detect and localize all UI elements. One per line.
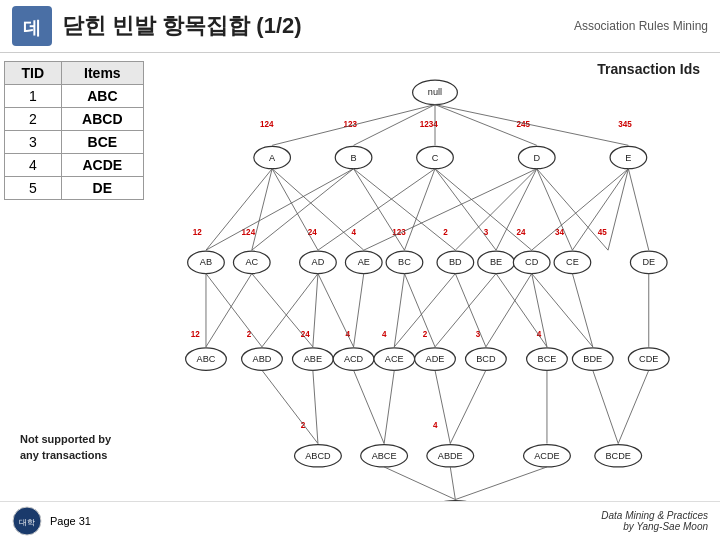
svg-text:BDE: BDE — [583, 354, 602, 364]
svg-line-38 — [608, 169, 628, 250]
svg-line-119 — [450, 467, 455, 500]
count-24-2: 24 — [516, 228, 526, 237]
svg-text:A: A — [269, 153, 276, 163]
count-345: 345 — [618, 120, 632, 129]
svg-text:AB: AB — [200, 257, 212, 267]
svg-line-101 — [354, 370, 385, 443]
svg-line-100 — [313, 370, 318, 443]
diagram-area: Transaction Ids .node ellipse { fill: #f… — [150, 53, 720, 540]
svg-text:ABCD: ABCD — [305, 451, 331, 461]
svg-line-107 — [618, 370, 649, 443]
svg-text:null: null — [428, 87, 442, 97]
node-BE: BE — [478, 251, 515, 273]
node-AB: AB — [188, 251, 225, 273]
svg-line-31 — [364, 169, 537, 250]
count-4-l4: 4 — [433, 421, 438, 430]
count-3-3: 3 — [476, 330, 481, 339]
items-cell: BCE — [61, 131, 143, 154]
svg-text:ABDE: ABDE — [438, 451, 463, 461]
node-BCE: BCE — [527, 348, 568, 370]
svg-text:ABD: ABD — [253, 354, 272, 364]
svg-text:C: C — [432, 153, 439, 163]
svg-line-71 — [455, 274, 486, 347]
node-BC: BC — [386, 251, 423, 273]
credit-line2: by Yang-Sae Moon — [601, 521, 708, 532]
svg-line-23 — [206, 169, 354, 250]
tid-cell: 2 — [5, 108, 62, 131]
svg-line-61 — [206, 274, 262, 347]
tid-table: TID Items 1ABC2ABCD3BCE4ACDE5DE — [4, 61, 144, 200]
svg-text:ADE: ADE — [426, 354, 445, 364]
items-col-header: Items — [61, 62, 143, 85]
footer: 대학 Page 31 Data Mining & Practices by Ya… — [0, 501, 720, 540]
count-2-3: 2 — [247, 330, 252, 339]
tid-cell: 5 — [5, 177, 62, 200]
svg-text:CE: CE — [566, 257, 579, 267]
svg-text:AD: AD — [312, 257, 325, 267]
count-24: 24 — [308, 228, 318, 237]
svg-line-22 — [272, 169, 364, 250]
svg-text:ACDE: ACDE — [534, 451, 559, 461]
svg-text:BCE: BCE — [538, 354, 557, 364]
node-CD: CD — [513, 251, 550, 273]
svg-text:D: D — [533, 153, 540, 163]
subtitle: Association Rules Mining — [574, 19, 708, 33]
count-2: 2 — [443, 228, 448, 237]
svg-text:CDE: CDE — [639, 354, 658, 364]
svg-text:BCDE: BCDE — [605, 451, 630, 461]
svg-line-67 — [354, 274, 364, 347]
svg-text:BC: BC — [398, 257, 411, 267]
node-ACE: ACE — [374, 348, 415, 370]
node-CE: CE — [554, 251, 591, 273]
node-D: D — [518, 146, 555, 168]
svg-line-24 — [252, 169, 354, 250]
svg-line-26 — [354, 169, 456, 250]
node-ABD: ABD — [242, 348, 283, 370]
count-2-4: 2 — [423, 330, 428, 339]
page-title: 닫힌 빈발 항목집합 (1/2) — [62, 11, 302, 41]
node-BCD: BCD — [466, 348, 507, 370]
node-BD: BD — [437, 251, 474, 273]
svg-line-77 — [572, 274, 592, 347]
svg-line-36 — [532, 169, 629, 250]
node-DE: DE — [630, 251, 667, 273]
node-AE: AE — [345, 251, 382, 273]
node-AD: AD — [300, 251, 337, 273]
node-BCDE: BCDE — [595, 445, 642, 467]
svg-text:AE: AE — [358, 257, 370, 267]
footer-credit: Data Mining & Practices by Yang-Sae Moon — [601, 510, 708, 532]
tid-col-header: TID — [5, 62, 62, 85]
svg-line-102 — [384, 370, 394, 443]
footer-left: 대학 Page 31 — [12, 506, 91, 536]
svg-line-66 — [318, 274, 354, 347]
count-4-4: 4 — [382, 330, 387, 339]
svg-line-104 — [450, 370, 486, 443]
svg-line-25 — [354, 169, 405, 250]
node-ABCD: ABCD — [295, 445, 342, 467]
svg-line-34 — [537, 169, 573, 250]
svg-line-69 — [404, 274, 435, 347]
svg-line-63 — [252, 274, 313, 347]
not-supported-label: Not supported by any transactions — [20, 432, 111, 463]
left-panel: TID Items 1ABC2ABCD3BCE4ACDE5DE Not supp… — [0, 53, 150, 540]
svg-text:ABCE: ABCE — [372, 451, 397, 461]
tid-cell: 1 — [5, 85, 62, 108]
node-ADE: ADE — [415, 348, 456, 370]
svg-text:대학: 대학 — [19, 518, 35, 527]
diagram-svg: .node ellipse { fill: #fff; stroke: #333… — [150, 53, 720, 540]
node-ABE: ABE — [293, 348, 334, 370]
svg-line-35 — [537, 169, 608, 250]
svg-text:CD: CD — [525, 257, 539, 267]
tid-cell: 4 — [5, 154, 62, 177]
svg-line-27 — [318, 169, 435, 250]
node-B: B — [335, 146, 372, 168]
node-BDE: BDE — [572, 348, 613, 370]
node-ABDE: ABDE — [427, 445, 474, 467]
svg-line-65 — [313, 274, 318, 347]
svg-text:DE: DE — [642, 257, 655, 267]
svg-text:B: B — [351, 153, 357, 163]
svg-line-118 — [384, 467, 455, 500]
node-C: C — [417, 146, 454, 168]
items-cell: ABCD — [61, 108, 143, 131]
svg-line-106 — [593, 370, 618, 443]
